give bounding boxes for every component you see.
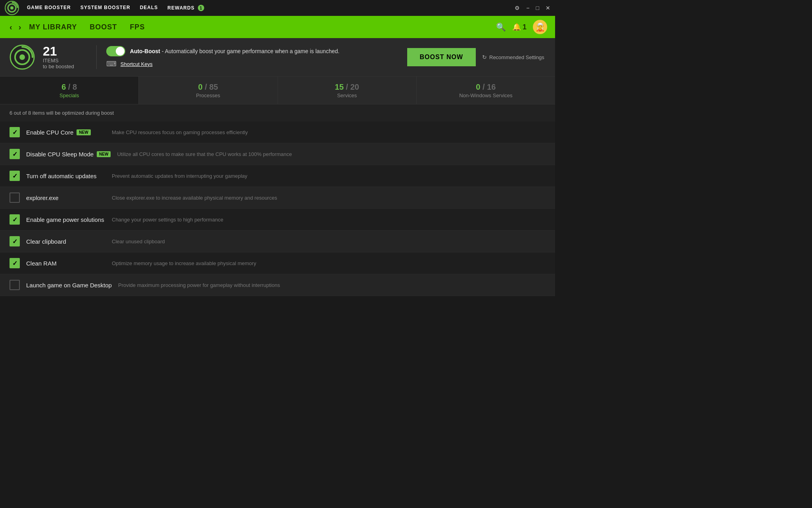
item-desc: Close explorer.exe to increase available… <box>112 195 546 201</box>
items-label: ITEMS <box>43 58 74 64</box>
tab-specials[interactable]: 6 / 8 Specials <box>0 77 139 104</box>
boost-now-button[interactable]: BOOST NOW <box>407 48 476 66</box>
specials-label: Specials <box>8 92 130 98</box>
nav-arrows: ‹ › <box>8 23 23 32</box>
items-sub: to be boosted <box>43 64 74 69</box>
item-name: Disable CPU Sleep ModeNEW <box>26 151 111 158</box>
checkmark-icon: ✓ <box>12 172 17 180</box>
checkbox-disable-cpu-sleep[interactable]: ✓ <box>10 149 20 159</box>
close-button[interactable]: ✕ <box>546 5 550 11</box>
bell-icon: 🔔 <box>512 23 521 31</box>
nav-library[interactable]: MY LIBRARY <box>29 23 77 31</box>
items-count: 21 ITEMS to be boosted <box>43 45 74 69</box>
info-bar: 21 ITEMS to be boosted Auto-Boost - Auto… <box>0 38 555 77</box>
item-name: Clear clipboard <box>26 238 105 245</box>
auto-boost-text: Auto-Boost - Automatically boost your ga… <box>130 48 339 54</box>
refresh-icon: ↻ <box>482 54 487 60</box>
main-content: 21 ITEMS to be boosted Auto-Boost - Auto… <box>0 38 555 296</box>
nav-system-booster[interactable]: SYSTEM BOOSTER <box>80 3 130 13</box>
item-name: Turn off automatic updates <box>26 173 105 179</box>
settings-button[interactable]: ⚙ <box>515 5 520 11</box>
nav-rewards[interactable]: REWARDS 1 <box>167 3 204 13</box>
shortcut-row: ⌨ Shortcut Keys <box>106 60 398 68</box>
shortcut-keys-link[interactable]: Shortcut Keys <box>121 61 153 67</box>
notif-count: 1 <box>523 23 527 31</box>
item-desc: Utilize all CPU cores to make sure that … <box>117 151 546 157</box>
list-item[interactable]: ✓Clear clipboardClear unused clipboard <box>0 231 555 252</box>
processes-count: 0 / 85 <box>147 82 269 92</box>
checkbox-clean-ram[interactable]: ✓ <box>10 258 20 268</box>
checkbox-game-power[interactable]: ✓ <box>10 214 20 225</box>
checkmark-icon: ✓ <box>12 260 17 267</box>
non-windows-label: Non-Windows Services <box>425 92 547 98</box>
forward-button[interactable]: › <box>17 23 23 32</box>
list-section: 6 out of 8 items will be optimized durin… <box>0 104 555 296</box>
checkbox-explorer-exe[interactable] <box>10 192 20 203</box>
list-item[interactable]: Launch game on Game DesktopProvide maxim… <box>0 274 555 296</box>
services-label: Services <box>286 92 408 98</box>
non-windows-count: 0 / 16 <box>425 82 547 92</box>
app-logo <box>5 1 19 15</box>
list-item[interactable]: ✓Clean RAMOptimize memory usage to incre… <box>0 252 555 274</box>
back-button[interactable]: ‹ <box>8 23 14 32</box>
checkbox-enable-cpu-core[interactable]: ✓ <box>10 127 20 137</box>
checkbox-clear-clipboard[interactable]: ✓ <box>10 236 20 246</box>
processes-label: Processes <box>147 92 269 98</box>
item-desc: Change your power settings to high perfo… <box>112 217 546 223</box>
user-avatar[interactable]: 🧝 <box>533 20 547 34</box>
services-count: 15 / 20 <box>286 82 408 92</box>
auto-boost-section: Auto-Boost - Automatically boost your ga… <box>106 46 398 68</box>
checkmark-icon: ✓ <box>12 129 17 136</box>
notifications-button[interactable]: 🔔 1 <box>512 23 527 31</box>
tab-processes[interactable]: 0 / 85 Processes <box>139 77 278 104</box>
recommended-settings-button[interactable]: ↻ Recommended Settings <box>482 54 544 60</box>
title-bar: GAME BOOSTER SYSTEM BOOSTER DEALS REWARD… <box>0 0 555 16</box>
items-number: 21 <box>43 45 74 58</box>
checkmark-icon: ✓ <box>12 150 17 158</box>
list-items-container: ✓Enable CPU CoreNEWMake CPU resources fo… <box>0 121 555 296</box>
nav-boost[interactable]: BOOST <box>90 23 117 31</box>
item-desc: Prevent automatic updates from interrupt… <box>112 173 546 179</box>
keyboard-icon: ⌨ <box>106 60 117 68</box>
checkmark-icon: ✓ <box>12 216 17 223</box>
item-desc: Make CPU resources focus on gaming proce… <box>112 129 546 135</box>
specials-count: 6 / 8 <box>8 82 130 92</box>
nav-fps[interactable]: FPS <box>130 23 145 31</box>
vertical-divider <box>96 45 97 69</box>
item-name: Launch game on Game Desktop <box>26 282 112 289</box>
item-name: Clean RAM <box>26 260 105 267</box>
new-badge: NEW <box>97 151 111 157</box>
svg-point-5 <box>19 54 25 60</box>
checkbox-game-desktop[interactable] <box>10 280 20 290</box>
item-name: explorer.exe <box>26 194 105 201</box>
list-item[interactable]: ✓Enable CPU CoreNEWMake CPU resources fo… <box>0 121 555 143</box>
new-badge: NEW <box>77 129 90 135</box>
item-desc: Clear unused clipboard <box>112 239 546 244</box>
minimize-button[interactable]: − <box>526 5 529 11</box>
svg-point-2 <box>10 6 13 10</box>
tabs-bar: 6 / 8 Specials 0 / 85 Processes 15 / 20 … <box>0 77 555 104</box>
auto-boost-row: Auto-Boost - Automatically boost your ga… <box>106 46 398 56</box>
maximize-button[interactable]: □ <box>536 5 539 11</box>
checkbox-turn-off-updates[interactable]: ✓ <box>10 171 20 181</box>
rec-settings: ↻ Recommended Settings <box>482 54 546 60</box>
tab-services[interactable]: 15 / 20 Services <box>278 77 417 104</box>
checkmark-icon: ✓ <box>12 238 17 245</box>
window-controls: ⚙ − □ ✕ <box>515 5 550 11</box>
item-name: Enable CPU CoreNEW <box>26 129 105 136</box>
item-desc: Provide maximum processing power for gam… <box>118 282 546 288</box>
list-item[interactable]: ✓Enable game power solutionsChange your … <box>0 209 555 231</box>
nav-deals[interactable]: DEALS <box>140 3 158 13</box>
boost-logo <box>10 44 35 70</box>
list-item[interactable]: ✓Disable CPU Sleep ModeNEWUtilize all CP… <box>0 143 555 165</box>
nav-game-booster[interactable]: GAME BOOSTER <box>27 3 71 13</box>
list-item[interactable]: ✓Turn off automatic updatesPrevent autom… <box>0 165 555 187</box>
item-desc: Optimize memory usage to increase availa… <box>112 260 546 266</box>
header-nav-right: 🔍 🔔 1 🧝 <box>496 20 547 34</box>
header-nav: ‹ › MY LIBRARY BOOST FPS 🔍 🔔 1 🧝 <box>0 16 555 38</box>
tab-non-windows[interactable]: 0 / 16 Non-Windows Services <box>417 77 555 104</box>
search-button[interactable]: 🔍 <box>496 22 506 32</box>
list-item[interactable]: explorer.exeClose explorer.exe to increa… <box>0 187 555 209</box>
rewards-badge: 1 <box>198 5 204 11</box>
auto-boost-toggle[interactable] <box>106 46 125 56</box>
